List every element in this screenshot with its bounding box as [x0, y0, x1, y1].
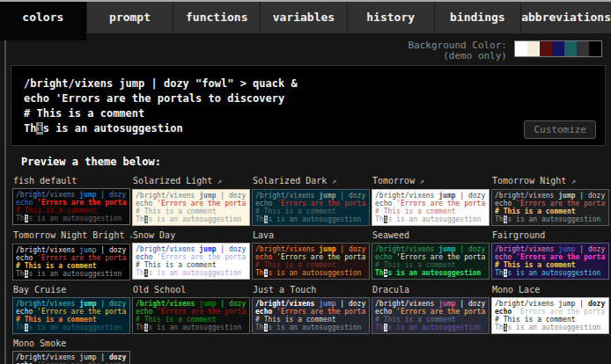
background-swatches	[514, 40, 602, 57]
theme-tile-just-a-touch[interactable]: Just a Touch/bright/vixens jump | dozy "…	[252, 284, 372, 334]
code-segment: jump	[79, 300, 96, 308]
theme-tile-fairground[interactable]: Fairground/bright/vixens jump | dozy "fo…	[491, 229, 611, 280]
theme-preview-line: echo 'Errors are the portals to discover…	[16, 199, 127, 207]
code-segment: /bright/vixens	[255, 300, 319, 308]
code-segment: Th	[255, 215, 264, 223]
code-segment: # This is a comment	[495, 207, 576, 215]
theme-preview-box: /bright/vixens jump | dozy "fowl" > quac…	[491, 243, 609, 280]
tab-abbreviations[interactable]: abbreviations	[520, 2, 611, 33]
code-segment: /bright/vixens	[136, 192, 199, 200]
background-swatch-beige[interactable]	[527, 41, 540, 56]
code-segment: 'Errors are the portals to discovery	[37, 254, 127, 262]
code-segment: "fowl" > quack &	[126, 300, 127, 308]
code-segment: /bright/vixens	[375, 300, 438, 308]
theme-preview-box: /bright/vixens jump | dozy "fowl" > quac…	[12, 244, 130, 280]
code-segment: 'Errors are the portals to discovery	[516, 308, 606, 316]
customize-button[interactable]: Customize	[524, 120, 596, 139]
theme-preview-box: /bright/vixens jump | dozy "fowl" > quac…	[252, 297, 370, 334]
code-segment: "fowl" > quack &	[365, 300, 366, 308]
theme-tile-bay-cruise[interactable]: Bay Cruise/bright/vixens jump | dozy "fo…	[12, 284, 132, 334]
theme-title: Mono Smoke	[13, 338, 132, 349]
theme-preview-line: /bright/vixens jump | dozy "fowl" > quac…	[136, 245, 247, 253]
background-swatch-black[interactable]	[589, 41, 601, 56]
tab-functions[interactable]: functions	[173, 2, 260, 33]
theme-preview-line: # This is a comment	[495, 261, 606, 269]
code-segment: |	[456, 245, 468, 253]
external-link-icon[interactable]: ↗	[124, 231, 132, 240]
autosuggestion-post: s is an autosuggestion	[43, 122, 183, 135]
theme-tile-fish-default[interactable]: fish default/bright/vixens jump | dozy "…	[12, 175, 132, 226]
theme-tile-snow-day[interactable]: Snow Day/bright/vixens jump | dozy "fowl…	[132, 229, 252, 280]
code-segment: dozy	[588, 300, 605, 308]
code-segment: |	[217, 192, 229, 200]
background-swatch-teal[interactable]	[564, 41, 577, 56]
theme-title: Lava	[253, 229, 372, 241]
theme-preview-line: This is an autosuggestion	[255, 324, 366, 331]
code-segment: jump	[558, 300, 575, 308]
theme-preview-line: /bright/vixens jump | dozy "fowl" > quac…	[136, 192, 247, 200]
code-segment: /bright/vixens	[495, 245, 558, 253]
code-segment: jump	[558, 245, 575, 253]
theme-tile-solarized-light[interactable]: Solarized Light ↗/bright/vixens jump | d…	[132, 175, 252, 226]
preview-echo-line: echo 'Errors are the portals to discover…	[24, 91, 594, 106]
code-segment: dozy	[588, 192, 605, 200]
code-segment: 'Errors are the portals to discovery	[396, 308, 486, 316]
theme-preview-box: /bright/vixens jump | dozy "fowl" > quac…	[372, 189, 490, 226]
theme-tile-dracula[interactable]: Dracula/bright/vixens jump | dozy "fowl"…	[372, 284, 491, 334]
theme-tile-old-school[interactable]: Old School/bright/vixens jump | dozy "fo…	[132, 284, 252, 334]
theme-tile-mono-lace[interactable]: Mono Lace/bright/vixens jump | dozy "fow…	[491, 284, 611, 334]
code-segment: "fowl" > quack &	[605, 300, 606, 308]
theme-preview-line: # This is a comment	[255, 316, 366, 324]
code-segment: echo	[375, 200, 396, 207]
tab-variables[interactable]: variables	[260, 2, 347, 33]
external-link-icon[interactable]: ↗	[212, 177, 222, 186]
theme-tile-seaweed[interactable]: Seaweed/bright/vixens jump | dozy "fowl"…	[372, 229, 491, 280]
theme-preview-box: /bright/vixens jump | dozy "fowl" > quac…	[12, 351, 130, 364]
code-segment: s is an autosuggestion	[387, 269, 481, 277]
code-segment: # This is a comment	[255, 316, 336, 324]
tab-prompt[interactable]: prompt	[86, 2, 173, 33]
theme-title: Fairground	[492, 229, 611, 241]
theme-tile-solarized-dark[interactable]: Solarized Dark ↗/bright/vixens jump | do…	[252, 175, 372, 226]
theme-tile-tomorrow[interactable]: Tomorrow ↗/bright/vixens jump | dozy "fo…	[372, 175, 491, 226]
code-segment: s is an autosuggestion	[268, 324, 361, 331]
background-swatch-navy[interactable]	[552, 41, 564, 56]
code-segment: # This is a comment	[495, 316, 576, 324]
theme-preview-line: /bright/vixens jump | dozy "fowl" > quac…	[16, 191, 127, 199]
theme-preview-line: This is an autosuggestion	[375, 269, 486, 277]
tab-colors[interactable]: colors	[0, 2, 86, 40]
theme-preview-line: This is an autosuggestion	[16, 215, 127, 222]
background-swatch-gray[interactable]	[577, 41, 589, 56]
content: Background Color: (demo only) /bright/vi…	[0, 33, 611, 364]
theme-preview-line: This is an autosuggestion	[16, 270, 127, 278]
theme-tile-lava[interactable]: Lava/bright/vixens jump | dozy "fowl" > …	[252, 229, 372, 280]
tab-bindings[interactable]: bindings	[434, 2, 521, 33]
background-swatch-dark-red[interactable]	[540, 41, 552, 56]
theme-preview-line: /bright/vixens jump | dozy "fowl" > quac…	[16, 246, 127, 254]
code-segment: "fowl" > quack &	[126, 246, 127, 254]
code-segment: 'Errors are the portals to discovery	[37, 308, 127, 316]
theme-tile-tomorrow-night-bright[interactable]: Tomorrow Night Bright ↗/bright/vixens ju…	[12, 229, 132, 280]
code-segment: "fowl" > quack &	[365, 192, 366, 200]
tab-history[interactable]: history	[347, 2, 434, 33]
code-segment: Th	[136, 269, 144, 277]
code-segment: # This is a comment	[16, 316, 97, 324]
code-segment: /bright/vixens	[375, 192, 438, 200]
background-swatch-white[interactable]	[515, 41, 527, 56]
code-segment: |	[576, 192, 588, 200]
code-segment: dozy	[468, 245, 485, 253]
theme-title: Snow Day	[133, 229, 252, 241]
external-link-icon[interactable]: ↗	[327, 177, 336, 186]
theme-preview-line: # This is a comment	[255, 207, 366, 215]
theme-preview-line: echo 'Errors are the portals to discover…	[136, 308, 247, 316]
theme-tile-mono-smoke[interactable]: Mono Smoke/bright/vixens jump | dozy "fo…	[12, 338, 132, 364]
code-segment: 'Errors are the portals to discovery	[276, 200, 366, 207]
theme-preview-line: This is an autosuggestion	[495, 324, 606, 331]
external-link-icon[interactable]: ↗	[415, 177, 424, 186]
code-segment: Th	[375, 324, 384, 331]
code-segment: |	[217, 300, 229, 308]
theme-preview-line: echo 'Errors are the portals to discover…	[495, 253, 606, 261]
theme-tile-tomorrow-night[interactable]: Tomorrow Night ↗/bright/vixens jump | do…	[491, 175, 611, 226]
external-link-icon[interactable]: ↗	[566, 177, 576, 186]
theme-title: fish default	[13, 175, 132, 186]
